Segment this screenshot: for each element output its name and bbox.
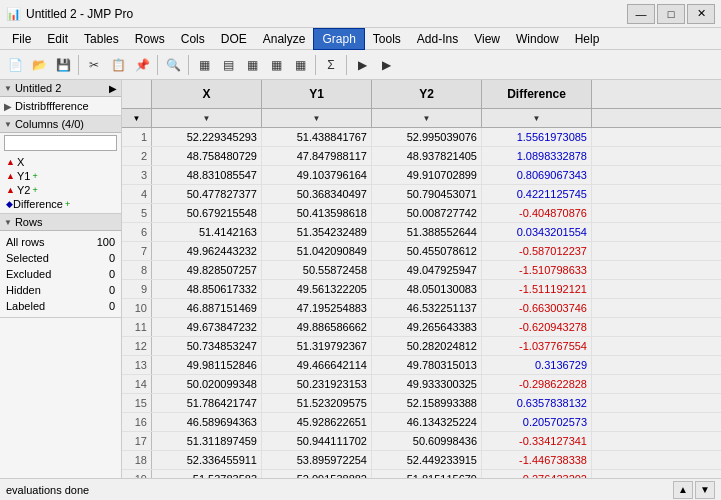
menu-item-file[interactable]: File [4, 28, 39, 50]
cell-diff-row-3[interactable]: 0.8069067343 [482, 166, 592, 184]
cell-x-row-10[interactable]: 46.887151469 [152, 299, 262, 317]
menu-item-graph[interactable]: Graph [313, 28, 364, 50]
nav-down-button[interactable]: ▼ [695, 481, 715, 499]
toolbar-btn-t1[interactable]: ▦ [193, 54, 215, 76]
menu-item-view[interactable]: View [466, 28, 508, 50]
cell-diff-row-15[interactable]: 0.6357838132 [482, 394, 592, 412]
toolbar-btn-copy[interactable]: 📋 [107, 54, 129, 76]
col-header-y1[interactable]: Y1 [262, 80, 372, 108]
cell-x-row-13[interactable]: 49.981152846 [152, 356, 262, 374]
cell-y2-row-18[interactable]: 52.449233915 [372, 451, 482, 469]
cell-y2-row-14[interactable]: 49.933300325 [372, 375, 482, 393]
cell-x-row-1[interactable]: 52.229345293 [152, 128, 262, 146]
cell-y2-row-3[interactable]: 49.910702899 [372, 166, 482, 184]
menu-item-rows[interactable]: Rows [127, 28, 173, 50]
menu-item-help[interactable]: Help [567, 28, 608, 50]
columns-search-input[interactable] [4, 135, 117, 151]
cell-y2-row-10[interactable]: 46.532251137 [372, 299, 482, 317]
col-header-y2[interactable]: Y2 [372, 80, 482, 108]
grid-body[interactable]: 152.22934529351.43884176752.9950390761.5… [122, 128, 721, 478]
col-item-x[interactable]: ▲ X [0, 155, 121, 169]
cell-y1-row-2[interactable]: 47.847988117 [262, 147, 372, 165]
nav-up-button[interactable]: ▲ [673, 481, 693, 499]
cell-diff-row-13[interactable]: 0.3136729 [482, 356, 592, 374]
cell-diff-row-17[interactable]: -0.334127341 [482, 432, 592, 450]
cell-y1-row-11[interactable]: 49.886586662 [262, 318, 372, 336]
cell-x-row-19[interactable]: 51.53783583 [152, 470, 262, 478]
toolbar-btn-save[interactable]: 💾 [52, 54, 74, 76]
cell-y1-row-12[interactable]: 51.319792367 [262, 337, 372, 355]
cell-x-row-16[interactable]: 46.589694363 [152, 413, 262, 431]
cell-diff-row-11[interactable]: -0.620943278 [482, 318, 592, 336]
toolbar-btn-t4[interactable]: ▦ [265, 54, 287, 76]
cell-y1-row-13[interactable]: 49.466642114 [262, 356, 372, 374]
cell-y1-row-16[interactable]: 45.928622651 [262, 413, 372, 431]
cell-y1-row-7[interactable]: 51.042090849 [262, 242, 372, 260]
cell-y1-row-5[interactable]: 50.413598618 [262, 204, 372, 222]
col-item-diff[interactable]: ◆ Difference + [0, 197, 121, 211]
cell-diff-row-8[interactable]: -1.510798633 [482, 261, 592, 279]
cell-x-row-15[interactable]: 51.786421747 [152, 394, 262, 412]
table-row[interactable]: 1149.67384723249.88658666249.265643383-0… [122, 318, 721, 337]
table-row[interactable]: 651.414216351.35423248951.3885526440.034… [122, 223, 721, 242]
cell-x-row-2[interactable]: 48.758480729 [152, 147, 262, 165]
close-button[interactable]: ✕ [687, 4, 715, 24]
cell-diff-row-10[interactable]: -0.663003746 [482, 299, 592, 317]
table-row[interactable]: 849.82850725750.5587245849.047925947-1.5… [122, 261, 721, 280]
cell-y1-row-10[interactable]: 47.195254883 [262, 299, 372, 317]
cell-x-row-18[interactable]: 52.336455911 [152, 451, 262, 469]
col-item-y1[interactable]: ▲ Y1 + [0, 169, 121, 183]
columns-header[interactable]: ▼ Columns (4/0) [0, 116, 121, 133]
table-row[interactable]: 1551.78642174751.52320957552.1589933880.… [122, 394, 721, 413]
cell-y2-row-9[interactable]: 48.050130083 [372, 280, 482, 298]
cell-diff-row-18[interactable]: -1.446738338 [482, 451, 592, 469]
cell-y2-row-5[interactable]: 50.008727742 [372, 204, 482, 222]
toolbar-btn-t5[interactable]: ▦ [289, 54, 311, 76]
menu-item-tools[interactable]: Tools [365, 28, 409, 50]
table-row[interactable]: 1751.31189745950.94411170250.60998436-0.… [122, 432, 721, 451]
toolbar-btn-t2[interactable]: ▤ [217, 54, 239, 76]
cell-y2-row-11[interactable]: 49.265643383 [372, 318, 482, 336]
cell-x-row-5[interactable]: 50.679215548 [152, 204, 262, 222]
cell-y2-row-19[interactable]: 51.815115679 [372, 470, 482, 478]
toolbar-btn-search[interactable]: 🔍 [162, 54, 184, 76]
cell-x-row-7[interactable]: 49.962443232 [152, 242, 262, 260]
menu-item-edit[interactable]: Edit [39, 28, 76, 50]
toolbar-btn-paste[interactable]: 📌 [131, 54, 153, 76]
menu-item-window[interactable]: Window [508, 28, 567, 50]
table-row[interactable]: 248.75848072947.84798811748.9378214051.0… [122, 147, 721, 166]
cell-y1-row-1[interactable]: 51.438841767 [262, 128, 372, 146]
toolbar-btn-cut[interactable]: ✂ [83, 54, 105, 76]
table-row[interactable]: 152.22934529351.43884176752.9950390761.5… [122, 128, 721, 147]
cell-diff-row-6[interactable]: 0.0343201554 [482, 223, 592, 241]
table-row[interactable]: 1852.33645591153.89597225452.449233915-1… [122, 451, 721, 470]
cell-diff-row-4[interactable]: 0.4221125745 [482, 185, 592, 203]
minimize-button[interactable]: — [627, 4, 655, 24]
cell-diff-row-9[interactable]: -1.511192121 [482, 280, 592, 298]
table-row[interactable]: 348.83108554749.10379616449.9107028990.8… [122, 166, 721, 185]
cell-y2-row-16[interactable]: 46.134325224 [372, 413, 482, 431]
table-row[interactable]: 749.96244323251.04209084950.455078612-0.… [122, 242, 721, 261]
table-row[interactable]: 1349.98115284649.46664211449.7803150130.… [122, 356, 721, 375]
toolbar-btn-open[interactable]: 📂 [28, 54, 50, 76]
table-row[interactable]: 1450.02009934850.23192315349.933300325-0… [122, 375, 721, 394]
col-header-diff[interactable]: Difference [482, 80, 592, 108]
cell-diff-row-7[interactable]: -0.587012237 [482, 242, 592, 260]
cell-diff-row-1[interactable]: 1.5561973085 [482, 128, 592, 146]
toolbar-btn-t8[interactable]: ▶ [375, 54, 397, 76]
rows-header[interactable]: ▼ Rows [0, 214, 121, 231]
cell-x-row-3[interactable]: 48.831085547 [152, 166, 262, 184]
cell-y1-row-8[interactable]: 50.55872458 [262, 261, 372, 279]
table-row[interactable]: 1646.58969436345.92862265146.1343252240.… [122, 413, 721, 432]
cell-y1-row-19[interactable]: 52.091538882 [262, 470, 372, 478]
table-row[interactable]: 1951.5378358352.09153888251.815115679-0.… [122, 470, 721, 478]
cell-y2-row-4[interactable]: 50.790453071 [372, 185, 482, 203]
menu-item-analyze[interactable]: Analyze [255, 28, 314, 50]
cell-diff-row-14[interactable]: -0.298622828 [482, 375, 592, 393]
menu-item-tables[interactable]: Tables [76, 28, 127, 50]
menu-item-doe[interactable]: DOE [213, 28, 255, 50]
cell-x-row-17[interactable]: 51.311897459 [152, 432, 262, 450]
cell-diff-row-16[interactable]: 0.205702573 [482, 413, 592, 431]
table-row[interactable]: 1250.73485324751.31979236750.282024812-1… [122, 337, 721, 356]
cell-y1-row-15[interactable]: 51.523209575 [262, 394, 372, 412]
